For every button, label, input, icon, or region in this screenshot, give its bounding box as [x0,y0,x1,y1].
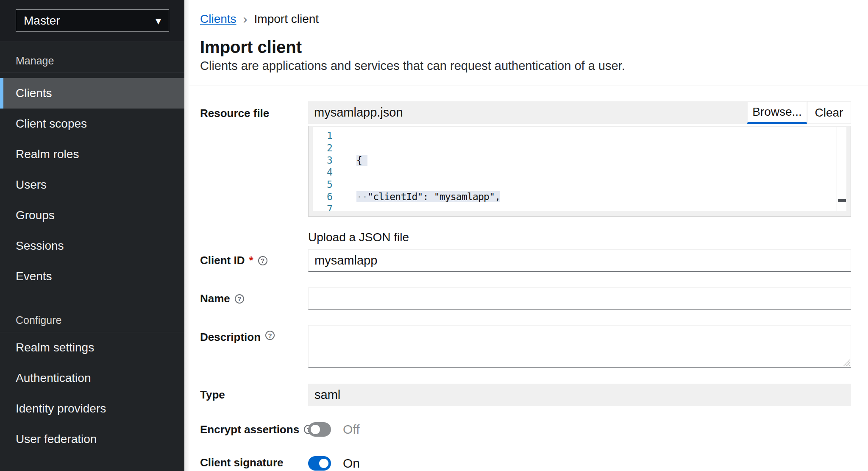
sidebar-item-realm-roles[interactable]: Realm roles [0,139,184,170]
encrypt-assertions-label: Encrypt assertions ? [200,422,308,437]
breadcrumb-current: Import client [254,12,319,26]
resource-file-row: Resource file mysamlapp.json Browse... C… [200,101,851,244]
label-text: Client ID [200,254,245,267]
upload-helper-text: Upload a JSON file [308,231,851,244]
json-code-editor[interactable]: 1 2 3 4 5 6 7 { ··"clientId": "mysamlapp… [308,126,851,217]
code-line: { [356,154,837,167]
sidebar-item-users[interactable]: Users [0,170,184,200]
breadcrumb-link-clients[interactable]: Clients [200,12,236,26]
encrypt-assertions-state: Off [343,422,359,437]
sidebar-item-label: Client scopes [16,117,87,131]
name-row: Name ? [200,287,851,310]
line-number: 2 [313,142,332,154]
client-signature-toggle[interactable] [308,456,331,471]
nav-items-configure: Realm settings Authentication Identity p… [0,332,184,454]
clear-button[interactable]: Clear [807,101,851,124]
sidebar-item-label: Users [16,178,47,192]
client-id-row: Client ID * ? [200,249,851,272]
nav-section-manage: Manage Clients Client scopes Realm roles… [0,42,184,292]
sidebar-item-label: Authentication [16,371,91,385]
name-input[interactable] [308,287,851,310]
header-divider [184,86,868,86]
line-number: 7 [313,203,332,211]
sidebar: Master ▾ Manage Clients Client scopes Re… [0,0,184,471]
breadcrumb: Clients › Import client [200,12,851,26]
type-row: Type [200,384,851,406]
line-number: 4 [313,166,332,178]
scrollbar-thumb[interactable] [838,199,846,202]
type-input [308,384,851,406]
sidebar-item-sessions[interactable]: Sessions [0,231,184,261]
line-number: 3 [313,154,332,167]
editor-scrollbar[interactable] [837,127,846,211]
code-line: ··"clientId": "mysamlapp", [356,191,837,203]
client-signature-label: Client signature required ? [200,456,308,471]
sidebar-item-clients[interactable]: Clients [0,78,184,109]
sidebar-item-authentication[interactable]: Authentication [0,363,184,393]
label-text-line2: required ? [200,469,308,471]
sidebar-item-identity-providers[interactable]: Identity providers [0,393,184,424]
sidebar-item-realm-settings[interactable]: Realm settings [0,332,184,363]
help-icon[interactable]: ? [258,256,267,265]
sidebar-item-events[interactable]: Events [0,261,184,292]
label-text: Client signature [200,456,308,469]
nav-section-title-configure: Configure [16,314,184,326]
main-content: Clients › Import client Import client Cl… [184,0,868,471]
encrypt-assertions-row: Encrypt assertions ? Off [200,422,851,437]
description-label: Description ? [200,325,308,368]
toggle-knob [311,425,320,434]
line-number: 5 [313,178,332,191]
toggle-knob [319,459,328,468]
sidebar-item-label: Groups [16,209,55,222]
sidebar-item-label: Sessions [16,239,64,253]
help-icon[interactable]: ? [235,294,244,304]
realm-selector[interactable]: Master ▾ [16,9,169,32]
type-label: Type [200,384,308,406]
sidebar-item-label: User federation [16,432,97,446]
label-text: Type [200,388,225,401]
resource-file-label: Resource file [200,101,308,244]
name-label: Name ? [200,287,308,310]
client-signature-row: Client signature required ? On [200,456,851,471]
page-title: Import client [200,37,851,57]
nav-section-configure: Configure Realm settings Authentication … [0,314,184,454]
chevron-down-icon: ▾ [156,15,161,26]
encrypt-assertions-toggle[interactable] [308,422,331,437]
description-row: Description ? [200,325,851,368]
description-textarea[interactable] [308,325,851,368]
sidebar-header: Master ▾ [0,0,184,42]
browse-button[interactable]: Browse... [747,101,807,124]
sidebar-item-groups[interactable]: Groups [0,200,184,231]
client-id-input[interactable] [308,249,851,272]
label-text: Name [200,292,230,305]
chevron-right-icon: › [243,12,248,26]
sidebar-item-user-federation[interactable]: User federation [0,424,184,454]
nav-section-title-manage: Manage [16,55,184,67]
sidebar-item-label: Realm settings [16,341,94,354]
help-icon[interactable]: ? [265,331,275,340]
sidebar-item-label: Events [16,270,52,283]
line-number: 1 [313,130,332,142]
file-upload-control: mysamlapp.json Browse... Clear [308,101,851,124]
nav-items-manage: Clients Client scopes Realm roles Users … [0,73,184,292]
code-area: 1 2 3 4 5 6 7 { ··"clientId": "mysamlapp… [313,127,837,211]
file-name-field[interactable]: mysamlapp.json [308,101,747,124]
client-id-label: Client ID * ? [200,249,308,272]
import-client-page: Master ▾ Manage Clients Client scopes Re… [0,0,868,471]
sidebar-item-label: Realm roles [16,148,79,161]
client-signature-state: On [343,456,360,471]
line-number-gutter: 1 2 3 4 5 6 7 [313,127,342,211]
required-asterisk: * [249,254,253,267]
realm-selector-label: Master [24,14,60,28]
sidebar-item-client-scopes[interactable]: Client scopes [0,109,184,139]
page-subtitle: Clients are applications and services th… [200,59,851,73]
line-number: 6 [313,191,332,203]
label-text: Description [200,331,261,344]
label-text: Encrypt assertions [200,423,299,436]
code-lines: { ··"clientId": "mysamlapp", ··"name": "… [342,127,837,211]
label-text: Resource file [200,107,269,120]
sidebar-item-label: Identity providers [16,402,106,415]
sidebar-item-label: Clients [16,86,52,100]
